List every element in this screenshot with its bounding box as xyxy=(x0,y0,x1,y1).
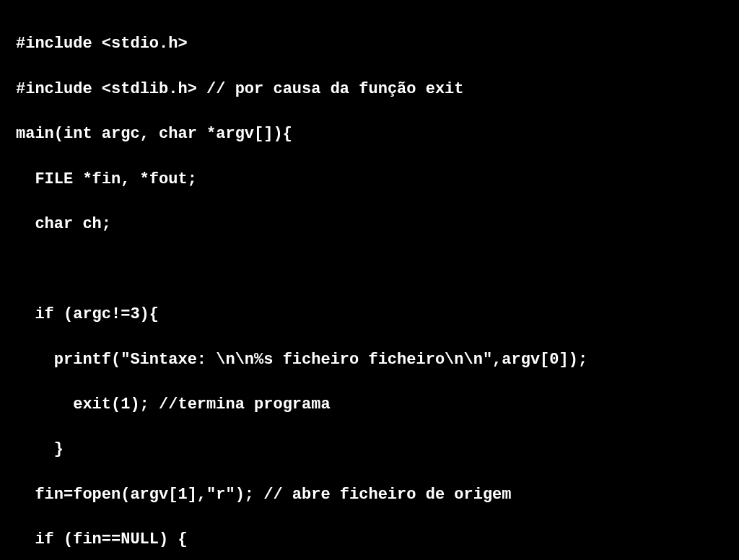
code-line: printf("Sintaxe: \n\n%s ficheiro ficheir… xyxy=(16,349,587,371)
code-line: if (fin==NULL) { xyxy=(16,528,188,551)
code-line: exit(1); //termina programa xyxy=(16,393,331,416)
code-line: } xyxy=(16,438,64,460)
code-line: #include <stdlib.h> // por causa da funç… xyxy=(16,80,464,98)
code-line: fin=fopen(argv[1],"r"); // abre ficheiro… xyxy=(16,484,512,506)
code-line: main(int argc, char *argv[]){ xyxy=(16,125,292,143)
code-line: if (argc!=3){ xyxy=(16,303,159,325)
code-slide: #include <stdio.h> #include <stdlib.h> /… xyxy=(0,0,739,560)
code-line: #include <stdio.h> xyxy=(16,35,188,53)
code-line: FILE *fin, *fout; xyxy=(16,168,197,191)
code-line: char ch; xyxy=(16,213,111,235)
